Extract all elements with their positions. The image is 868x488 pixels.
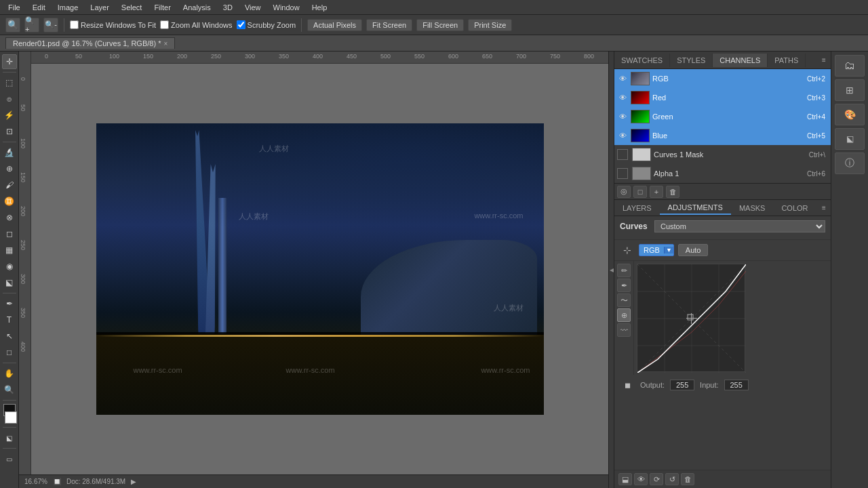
menu-layer[interactable]: Layer: [85, 2, 115, 13]
shape-tool[interactable]: □: [2, 345, 17, 360]
channel-check-alpha[interactable]: [617, 168, 628, 179]
dodge-tool[interactable]: ⬕: [2, 275, 17, 290]
mini-btn-4[interactable]: ⬕: [835, 128, 865, 150]
tab-close-btn[interactable]: ×: [163, 40, 167, 47]
tab-swatches[interactable]: SWATCHES: [614, 54, 670, 67]
reset-btn[interactable]: ↺: [665, 473, 679, 485]
black-point-icon[interactable]: ◼: [620, 378, 635, 392]
canvas-image[interactable]: www.rr-sc.com www.rr-sc.com 人人素材 www.rr-…: [96, 123, 544, 415]
crop-tool[interactable]: ⊡: [2, 124, 17, 139]
curves-preset-select[interactable]: Custom: [654, 220, 825, 232]
zoom-tool[interactable]: 🔍: [2, 382, 17, 397]
resize-windows-checkbox[interactable]: Resize Windows To Fit: [70, 20, 156, 29]
tab-layers[interactable]: LAYERS: [614, 202, 660, 214]
eyedropper-tool[interactable]: 🔬: [2, 145, 17, 160]
channel-eye-rgb[interactable]: 👁: [617, 73, 628, 84]
channel-row-red[interactable]: 👁 Red Ctrl+3: [614, 88, 831, 107]
delete-adjustment-btn[interactable]: 🗑: [681, 473, 694, 485]
tab-paths[interactable]: PATHS: [768, 54, 806, 67]
adj-panel-menu-btn[interactable]: ≡: [817, 200, 831, 217]
clip-to-layer-btn[interactable]: ⬓: [618, 473, 632, 485]
channel-dropdown-arrow[interactable]: ▼: [664, 247, 673, 253]
fit-screen-btn[interactable]: Fit Screen: [366, 19, 412, 31]
menu-analysis[interactable]: Analysis: [178, 2, 216, 13]
channel-check-mask[interactable]: [617, 149, 628, 160]
channel-eye-red[interactable]: 👁: [617, 92, 628, 103]
curves-select-tool[interactable]: ⊕: [617, 308, 631, 322]
history-brush-tool[interactable]: ⊗: [2, 210, 17, 225]
print-size-btn[interactable]: Print Size: [468, 19, 512, 31]
menu-3d[interactable]: 3D: [218, 2, 238, 13]
pen-tool[interactable]: ✒: [2, 296, 17, 311]
scrubby-zoom-checkbox[interactable]: Scrubby Zoom: [237, 20, 296, 29]
channel-eye-blue[interactable]: 👁: [617, 130, 628, 141]
curve-point-handle[interactable]: [686, 313, 697, 324]
tab-adjustments[interactable]: ADJUSTMENTS: [660, 201, 731, 215]
curves-smooth-tool[interactable]: 〰: [617, 323, 631, 337]
healing-tool[interactable]: ⊕: [2, 161, 17, 176]
tab-channels[interactable]: CHANNELS: [713, 54, 768, 67]
channel-row-green[interactable]: 👁 Green Ctrl+4: [614, 107, 831, 126]
marquee-tool[interactable]: ⬚: [2, 75, 17, 90]
brush-tool[interactable]: 🖌: [2, 178, 17, 192]
eraser-tool[interactable]: ◻: [2, 226, 17, 241]
tab-color[interactable]: COLOR: [773, 202, 816, 214]
auto-btn[interactable]: Auto: [678, 244, 709, 256]
menu-edit[interactable]: Edit: [27, 2, 51, 13]
path-select-tool[interactable]: ↖: [2, 329, 17, 344]
blur-tool[interactable]: ◉: [2, 259, 17, 274]
menu-view[interactable]: View: [239, 2, 267, 13]
panel-menu-btn[interactable]: ≡: [817, 52, 831, 69]
curves-pencil-draw-tool[interactable]: ✒: [617, 279, 631, 292]
actual-pixels-btn[interactable]: Actual Pixels: [307, 19, 362, 31]
zoom-all-windows-checkbox[interactable]: Zoom All Windows: [160, 20, 232, 29]
mini-btn-2[interactable]: ⊞: [835, 79, 865, 101]
menu-image[interactable]: Image: [52, 2, 84, 13]
channel-row-blue[interactable]: 👁 Blue Ctrl+5: [614, 126, 831, 145]
curves-pencil-point-tool[interactable]: ✏: [617, 264, 631, 277]
delete-channel-btn[interactable]: 🗑: [666, 186, 679, 198]
channel-to-selection-btn[interactable]: ◎: [617, 186, 631, 198]
document-tab[interactable]: Render01.psd @ 16.7% (Curves 1, RGB/8) *…: [5, 37, 175, 49]
menu-file[interactable]: File: [3, 2, 26, 13]
background-color[interactable]: [5, 411, 17, 424]
fill-screen-btn[interactable]: Fill Screen: [416, 19, 464, 31]
text-tool[interactable]: T: [2, 312, 17, 327]
curves-point-tool[interactable]: ⊹: [620, 243, 635, 258]
arrow-btn[interactable]: ▶: [131, 478, 136, 485]
tab-masks[interactable]: MASKS: [731, 202, 774, 214]
menu-filter[interactable]: Filter: [149, 2, 176, 13]
channel-row-mask[interactable]: Curves 1 Mask Ctrl+\: [614, 145, 831, 164]
zoom-tool-icon[interactable]: 🔍: [5, 18, 20, 33]
clone-tool[interactable]: ♊: [2, 194, 17, 209]
menu-window[interactable]: Window: [268, 2, 305, 13]
curves-graph[interactable]: [637, 264, 745, 372]
panel-collapse-btn[interactable]: ◀: [608, 52, 614, 488]
input-value[interactable]: [724, 380, 749, 390]
screen-mode-btn[interactable]: ▭: [2, 451, 17, 466]
mini-btn-5[interactable]: ⓘ: [835, 152, 865, 174]
visibility-btn[interactable]: 👁: [634, 473, 648, 485]
channel-eye-green[interactable]: 👁: [617, 111, 628, 122]
tab-styles[interactable]: STYLES: [670, 54, 713, 67]
channel-row-rgb[interactable]: 👁 RGB Ctrl+2: [614, 69, 831, 88]
quick-select-tool[interactable]: ⚡: [2, 108, 17, 123]
hand-tool[interactable]: ✋: [2, 366, 17, 381]
new-channel-btn[interactable]: +: [650, 186, 663, 198]
menu-help[interactable]: Help: [307, 2, 333, 13]
gradient-tool[interactable]: ▦: [2, 243, 17, 258]
channel-row-alpha[interactable]: Alpha 1 Ctrl+6: [614, 164, 831, 183]
zoom-in-icon[interactable]: 🔍+: [24, 18, 39, 33]
quick-mask-btn[interactable]: ⬕: [2, 430, 17, 445]
channel-selector[interactable]: RGB ▼: [639, 244, 674, 256]
zoom-out-icon[interactable]: 🔍-: [43, 18, 58, 33]
mini-btn-1[interactable]: 🗂: [835, 55, 865, 77]
menu-select[interactable]: Select: [116, 2, 148, 13]
move-tool[interactable]: ✛: [2, 54, 17, 69]
curves-pencil-tool-2[interactable]: 〜: [617, 293, 631, 307]
selection-to-channel-btn[interactable]: □: [633, 186, 647, 198]
channel-select-label[interactable]: RGB: [639, 245, 664, 256]
output-value[interactable]: [670, 380, 694, 390]
mini-btn-3[interactable]: 🎨: [835, 104, 865, 125]
preview-btn[interactable]: ⟳: [650, 473, 663, 485]
